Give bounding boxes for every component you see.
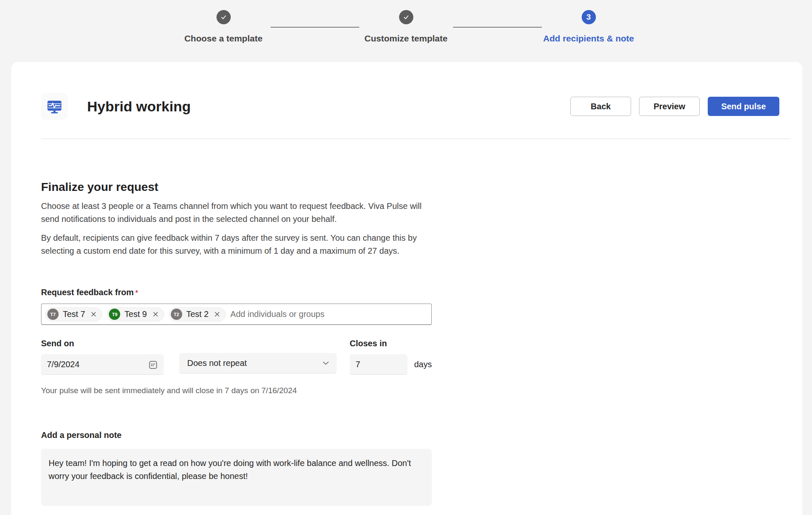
repeat-dropdown-value: Does not repeat: [187, 358, 322, 368]
add-recipients-input[interactable]: [230, 309, 426, 319]
finalize-description-2: By default, recipients can give feedback…: [41, 232, 432, 258]
people-picker-field[interactable]: T7 Test 7 T9 Test 9 T2 Test 2: [41, 304, 432, 325]
avatar: T2: [171, 309, 182, 320]
step-connector: [453, 27, 542, 28]
step-1-circle: [217, 10, 231, 24]
recipients-label: Request feedback from: [41, 288, 134, 297]
send-pulse-button[interactable]: Send pulse: [708, 97, 779, 116]
remove-recipient-icon[interactable]: [214, 311, 220, 317]
pulse-monitor-icon: [46, 99, 62, 114]
recipient-chip: T7 Test 7: [45, 307, 102, 322]
step-connector: [271, 27, 359, 28]
note-label: Add a personal note: [41, 430, 432, 440]
step-3-circle: 3: [582, 10, 596, 24]
repeat-group: Does not repeat: [179, 339, 337, 375]
check-icon: [220, 14, 227, 21]
header-divider: [41, 139, 791, 139]
schedule-row: Send on: [41, 339, 432, 375]
recipient-name: Test 2: [186, 309, 209, 319]
repeat-dropdown[interactable]: Does not repeat: [179, 353, 337, 373]
closes-in-group: Closes in days: [350, 339, 432, 375]
remove-recipient-icon[interactable]: [152, 311, 159, 317]
step-2-circle: [399, 10, 413, 24]
step-add-recipients[interactable]: 3 Add recipients & note: [542, 10, 636, 44]
closes-in-label: Closes in: [350, 339, 432, 348]
recipient-name: Test 9: [124, 309, 147, 319]
finalize-description-1: Choose at least 3 people or a Teams chan…: [41, 200, 432, 226]
closes-in-input[interactable]: [350, 354, 407, 375]
finalize-form: Finalize your request Choose at least 3 …: [41, 180, 432, 506]
personal-note-textarea[interactable]: Hey team! I'm hoping to get a read on ho…: [41, 449, 432, 506]
recipient-name: Test 7: [63, 309, 85, 319]
schedule-helper-text: Your pulse will be sent immediately and …: [41, 386, 432, 395]
recipients-block: Request feedback from* T7 Test 7 T9 Test…: [41, 288, 432, 325]
template-icon-box: [41, 93, 68, 120]
card-header: Hybrid working Back Preview Send pulse: [41, 93, 779, 120]
chevron-down-icon: [322, 359, 330, 367]
avatar: T7: [47, 309, 59, 320]
wizard-card: Hybrid working Back Preview Send pulse F…: [11, 62, 802, 515]
step-choose-template[interactable]: Choose a template: [177, 10, 271, 44]
wizard-stepper: Choose a template Customize template 3 A…: [0, 0, 812, 62]
note-block: Add a personal note Hey team! I'm hoping…: [41, 430, 432, 506]
avatar: T9: [109, 309, 120, 320]
step-3-label: Add recipients & note: [543, 33, 634, 44]
step-customize-template[interactable]: Customize template: [359, 10, 453, 44]
recipient-chip: T9 Test 9: [107, 307, 164, 322]
step-2-label: Customize template: [364, 33, 447, 44]
header-actions: Back Preview Send pulse: [570, 97, 779, 116]
calendar-icon[interactable]: [144, 356, 161, 373]
required-asterisk: *: [135, 289, 138, 296]
step-1-label: Choose a template: [184, 33, 263, 44]
page-title: Hybrid working: [87, 98, 191, 115]
days-label: days: [414, 360, 432, 369]
remove-recipient-icon[interactable]: [90, 311, 97, 317]
check-icon: [403, 14, 410, 21]
send-on-group: Send on: [41, 339, 164, 375]
preview-button[interactable]: Preview: [639, 97, 700, 116]
recipient-chip: T2 Test 2: [169, 307, 226, 322]
section-heading: Finalize your request: [41, 180, 432, 194]
back-button[interactable]: Back: [570, 97, 631, 116]
send-on-label: Send on: [41, 339, 164, 348]
